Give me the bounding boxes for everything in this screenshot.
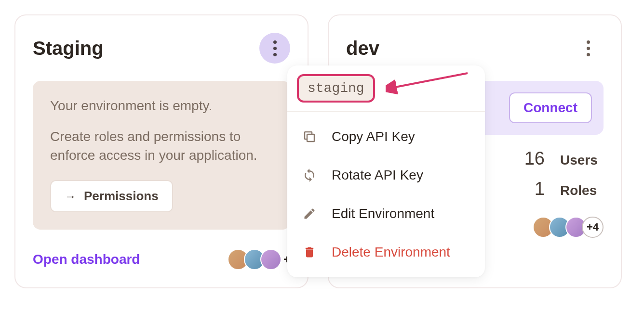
empty-state-box: Your environment is empty. Create roles … <box>33 81 290 230</box>
staging-title: Staging <box>33 38 104 59</box>
environment-tag: staging <box>297 74 375 103</box>
delete-environment-item[interactable]: Delete Environment <box>287 233 485 271</box>
permissions-button[interactable]: → Permissions <box>50 180 173 212</box>
dropdown-item-label: Delete Environment <box>332 245 450 260</box>
dev-card-header: dev <box>346 33 604 64</box>
dev-more-button[interactable] <box>573 33 604 64</box>
avatar <box>260 249 282 270</box>
more-vertical-icon <box>587 40 590 56</box>
trash-icon <box>301 244 318 261</box>
staging-avatars: + <box>228 249 290 270</box>
pencil-icon <box>301 205 318 222</box>
users-label: Users <box>560 153 604 168</box>
dropdown-item-label: Copy API Key <box>332 129 415 144</box>
dev-title: dev <box>346 38 379 59</box>
dev-avatars: +4 <box>533 217 604 238</box>
arrow-right-icon: → <box>65 190 76 203</box>
roles-label: Roles <box>560 183 604 198</box>
dropdown-items: Copy API Key Rotate API Key Edit Environ… <box>287 112 485 277</box>
copy-api-key-item[interactable]: Copy API Key <box>287 117 485 156</box>
users-value: 16 <box>521 148 545 169</box>
empty-state-title: Your environment is empty. <box>50 98 273 114</box>
dropdown-item-label: Rotate API Key <box>332 168 423 183</box>
connect-button-label: Connect <box>523 100 577 115</box>
more-vertical-icon <box>273 40 277 56</box>
edit-environment-item[interactable]: Edit Environment <box>287 194 485 233</box>
connect-button[interactable]: Connect <box>509 92 592 123</box>
rotate-icon <box>301 167 318 184</box>
svg-rect-0 <box>307 134 314 142</box>
environment-dropdown-menu: staging Copy API Key Rotate API Key <box>287 65 485 277</box>
avatar-overflow-badge: +4 <box>582 217 604 238</box>
staging-card: Staging Your environment is empty. Creat… <box>14 14 309 288</box>
rotate-api-key-item[interactable]: Rotate API Key <box>287 156 485 194</box>
staging-card-footer: Open dashboard + <box>33 249 290 270</box>
permissions-button-label: Permissions <box>84 189 159 204</box>
copy-icon <box>301 128 318 145</box>
staging-more-button[interactable] <box>259 33 290 64</box>
staging-card-header: Staging <box>33 33 290 64</box>
open-dashboard-link[interactable]: Open dashboard <box>33 252 140 267</box>
roles-value: 1 <box>521 179 545 199</box>
dropdown-item-label: Edit Environment <box>332 206 434 221</box>
dropdown-header: staging <box>287 65 485 112</box>
empty-state-description: Create roles and permissions to enforce … <box>50 127 273 165</box>
